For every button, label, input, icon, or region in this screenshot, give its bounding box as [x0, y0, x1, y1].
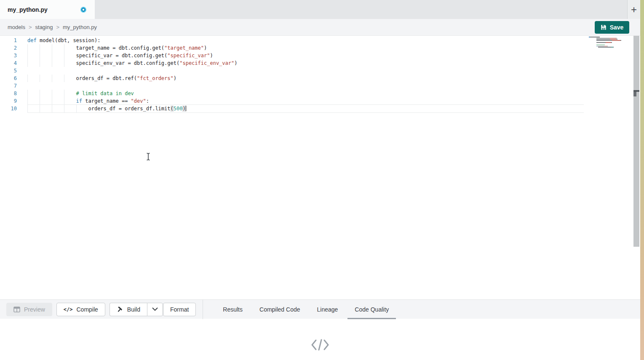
line-content: orders_df = orders_df.limit(500) [27, 105, 584, 112]
breadcrumb-item-my-python-py[interactable]: my_python.py [63, 24, 97, 30]
panel-tab-code-quality[interactable]: Code Quality [347, 300, 396, 319]
compile-button[interactable]: </> Compile [56, 303, 105, 316]
line-number: 9 [0, 97, 17, 105]
indent-guide [64, 59, 76, 67]
build-button-label: Build [127, 306, 140, 313]
indent-guide [40, 75, 52, 82]
indent-guide [64, 52, 76, 59]
toolbar-divider [203, 300, 203, 319]
code-line[interactable]: 6orders_df = dbt.ref("fct_orders") [0, 75, 584, 82]
indent-guide [52, 75, 64, 82]
bottom-toolbar: Preview </> Compile Build [0, 299, 640, 319]
indent-guide [76, 105, 88, 112]
indent-guide [40, 90, 52, 97]
indent-guide [52, 97, 64, 105]
indent-guide [64, 44, 76, 52]
breadcrumb-item-models[interactable]: models [8, 24, 25, 30]
panel-tab-results[interactable]: Results [216, 300, 250, 319]
desktop-wallpaper-strip [640, 0, 644, 360]
new-tab-area: + [627, 0, 640, 19]
indent-guide [40, 44, 52, 52]
code-line[interactable]: 10orders_df = orders_df.limit(500) [0, 105, 584, 112]
build-button[interactable]: Build [110, 303, 147, 316]
ibeam-mouse-cursor [145, 152, 151, 161]
indent-guide [52, 52, 64, 59]
new-tab-button[interactable]: + [631, 5, 637, 15]
line-number: 5 [0, 67, 17, 75]
breadcrumb-bar: models>staging>my_python.py Save [0, 19, 640, 36]
indent-guide [27, 59, 40, 67]
code-line[interactable]: 1def model(dbt, session): [0, 37, 584, 44]
line-number: 1 [0, 37, 17, 44]
minimap[interactable] [589, 37, 625, 48]
line-number: 7 [0, 82, 17, 90]
ide-window: my_python.py + models>staging>my_python.… [0, 0, 640, 360]
hammer-icon [117, 306, 123, 313]
breadcrumb: models>staging>my_python.py [8, 24, 97, 30]
results-panel [0, 319, 640, 360]
line-content: # limit data in dev [27, 90, 584, 97]
indent-guide [40, 97, 52, 105]
indent-guide [64, 75, 76, 82]
code-line[interactable]: 2target_name = dbt.config.get("target_na… [0, 44, 584, 52]
line-content: if target_name == "dev": [27, 97, 584, 105]
indent-guide [64, 90, 76, 97]
code-icon [310, 338, 330, 352]
text-caret [186, 106, 187, 111]
breadcrumb-separator: > [56, 24, 59, 30]
floppy-disk-icon [601, 24, 607, 30]
preview-button-label: Preview [24, 306, 45, 313]
indent-guide [40, 105, 52, 112]
code-line[interactable]: 4specific_env_var = dbt.config.get("spec… [0, 59, 584, 67]
table-icon [13, 307, 20, 312]
line-number: 6 [0, 75, 17, 82]
code-icon: </> [64, 307, 73, 312]
format-button[interactable]: Format [163, 303, 196, 316]
panel-tab-lineage[interactable]: Lineage [310, 300, 345, 319]
code-line[interactable]: 7 [0, 82, 584, 90]
file-tab-bar: my_python.py + [0, 0, 640, 19]
line-number: 2 [0, 44, 17, 52]
unsaved-changes-dot-icon [80, 7, 86, 13]
line-number: 4 [0, 59, 17, 67]
preview-button[interactable]: Preview [6, 303, 52, 316]
build-options-button[interactable] [147, 303, 163, 316]
code-line[interactable]: 9if target_name == "dev": [0, 97, 584, 105]
editor-scrollbar[interactable] [633, 36, 639, 247]
code-editor[interactable]: 1def model(dbt, session):2target_name = … [0, 36, 640, 299]
save-button[interactable]: Save [595, 21, 629, 34]
indent-guide [27, 75, 40, 82]
line-content: orders_df = dbt.ref("fct_orders") [27, 75, 584, 82]
line-number: 10 [0, 105, 17, 112]
format-button-label: Format [170, 306, 189, 313]
indent-guide [52, 44, 64, 52]
code-line[interactable]: 3specific_var = dbt.config.get("specific… [0, 52, 584, 59]
line-content [27, 67, 584, 75]
panel-tabs: ResultsCompiled CodeLineageCode Quality [216, 300, 398, 319]
scrollbar-cursor-marker-stem [633, 92, 636, 96]
indent-guide [40, 52, 52, 59]
breadcrumb-separator: > [29, 24, 32, 30]
indent-guide [40, 59, 52, 67]
line-content: target_name = dbt.config.get("target_nam… [27, 44, 584, 52]
indent-guide [27, 105, 40, 112]
breadcrumb-item-staging[interactable]: staging [35, 24, 53, 30]
save-button-label: Save [610, 24, 624, 31]
panel-tab-compiled-code[interactable]: Compiled Code [252, 300, 307, 319]
line-content: specific_var = dbt.config.get("specific_… [27, 52, 584, 59]
code-line[interactable]: 8# limit data in dev [0, 90, 584, 97]
line-content [27, 82, 584, 90]
indent-guide [27, 44, 40, 52]
line-content: specific_env_var = dbt.config.get("speci… [27, 59, 584, 67]
indent-guide [27, 90, 40, 97]
indent-guide [27, 97, 40, 105]
file-tab-label: my_python.py [8, 6, 48, 13]
indent-guide [27, 52, 40, 59]
indent-guide [64, 97, 76, 105]
file-tab-my-python[interactable]: my_python.py [0, 0, 95, 19]
chevron-down-icon [152, 307, 158, 311]
compile-button-label: Compile [76, 306, 98, 313]
indent-guide [52, 105, 64, 112]
line-content: def model(dbt, session): [27, 37, 584, 44]
code-line[interactable]: 5 [0, 67, 584, 75]
